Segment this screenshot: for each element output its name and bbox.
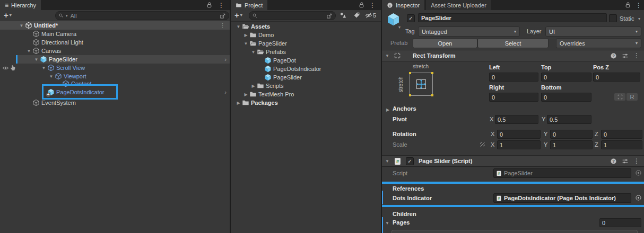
pages-foldout-icon[interactable]: ▼ xyxy=(385,221,389,226)
kebab-icon[interactable]: ⋮ xyxy=(633,52,640,59)
visibility-eye-icon[interactable] xyxy=(2,65,9,71)
raw-mode-button[interactable]: R xyxy=(626,93,638,101)
foldout-open-icon[interactable]: ▼ xyxy=(18,23,25,28)
bottom-field[interactable]: 0 xyxy=(541,93,591,102)
component-enabled-checkbox[interactable] xyxy=(406,157,414,165)
left-field[interactable]: 0 xyxy=(489,73,538,82)
pivot-y-field[interactable]: 0.5 xyxy=(547,115,591,124)
inspector-menu-button[interactable]: ⋮ xyxy=(635,1,642,9)
project-item-scripts[interactable]: ▶ Scripts xyxy=(231,82,381,90)
gameobject-name-input[interactable] xyxy=(418,13,607,22)
project-item-page-slider-prefab[interactable]: PageSlider xyxy=(231,73,381,82)
scale-y-field[interactable]: 1 xyxy=(550,140,593,149)
project-item-page-dots-indicator[interactable]: PageDotsIndicator xyxy=(231,65,381,73)
foldout-closed-icon[interactable]: ▶ xyxy=(242,33,249,38)
presets-icon[interactable] xyxy=(622,52,629,59)
project-item-page-dot[interactable]: PageDot xyxy=(231,56,381,65)
layer-dropdown[interactable]: UI ▾ xyxy=(545,26,641,37)
scene-menu-icon[interactable]: ⋮ xyxy=(220,22,225,29)
hierarchy-item-page-dots-indicator[interactable]: + PageDotsIndicator › xyxy=(0,88,230,96)
static-checkbox[interactable] xyxy=(609,14,617,22)
hierarchy-item-main-camera[interactable]: Main Camera xyxy=(0,30,230,38)
prefab-overrides-dropdown[interactable]: Overrides ▾ xyxy=(556,38,641,48)
scale-x-field[interactable]: 1 xyxy=(497,140,541,149)
anchor-preset-widget[interactable] xyxy=(410,73,433,96)
hierarchy-item-event-system[interactable]: EventSystem xyxy=(0,98,230,107)
dots-indicator-object-field[interactable]: PageDotsIndicator (Page Dots Indicator) xyxy=(493,193,631,203)
presets-icon[interactable] xyxy=(622,158,629,165)
tab-asset-store-uploader[interactable]: Asset Store Uploader xyxy=(426,0,491,10)
hierarchy-item-scroll-view[interactable]: ▼ Scroll View xyxy=(0,64,230,72)
foldout-closed-icon[interactable]: ▶ xyxy=(242,92,249,97)
prefab-select-button[interactable]: Select xyxy=(477,38,549,48)
foldout-open-icon[interactable]: ▼ xyxy=(25,49,32,53)
static-caret-icon[interactable]: ▾ xyxy=(638,16,640,21)
script-object-field[interactable]: PageSlider xyxy=(493,168,631,178)
prefab-chevron-icon[interactable]: › xyxy=(224,56,227,62)
project-item-textmesh-pro[interactable]: ▶ TextMesh Pro xyxy=(231,90,381,98)
project-add-button[interactable]: +▾ xyxy=(234,11,242,20)
hierarchy-item-content[interactable]: Content xyxy=(0,79,230,88)
scale-z-field[interactable]: 1 xyxy=(601,140,642,149)
project-item-packages[interactable]: ▶ Packages xyxy=(231,98,381,107)
tab-hierarchy[interactable]: ≡ Hierarchy xyxy=(0,0,41,10)
prefab-open-button[interactable]: Open xyxy=(413,38,477,48)
help-icon[interactable] xyxy=(610,158,617,165)
hierarchy-search-input[interactable] xyxy=(69,12,218,20)
open-search-window-icon[interactable] xyxy=(220,13,226,19)
prefab-chevron-icon[interactable]: › xyxy=(224,89,227,95)
rotation-y-field[interactable]: 0 xyxy=(550,130,593,139)
help-icon[interactable] xyxy=(610,52,617,59)
hidden-count-eye-off-icon[interactable] xyxy=(365,12,372,19)
icon-caret-down[interactable]: ▾ xyxy=(398,25,401,30)
pivot-x-field[interactable]: 0.5 xyxy=(495,115,538,124)
top-field[interactable]: 0 xyxy=(541,73,591,82)
tab-project[interactable]: Project xyxy=(231,0,267,10)
foldout-open-icon[interactable]: ▼ xyxy=(40,66,47,70)
project-item-page-slider-folder[interactable]: ▼ PageSlider xyxy=(231,39,381,48)
foldout-open-icon[interactable]: ▼ xyxy=(385,159,389,164)
page-slider-script-header[interactable]: ▼ Page Slider (Script) ⋮ xyxy=(382,155,644,167)
tab-inspector[interactable]: Inspector xyxy=(382,0,424,10)
kebab-icon[interactable]: ⋮ xyxy=(633,158,640,164)
lock-button[interactable] xyxy=(205,1,213,9)
project-menu-button[interactable]: ⋮ xyxy=(369,1,376,9)
project-item-demo[interactable]: ▶ Demo xyxy=(231,31,381,39)
hierarchy-search-field[interactable]: ▾ xyxy=(55,11,229,20)
hierarchy-item-canvas[interactable]: ▼ Canvas xyxy=(0,47,230,55)
search-by-label-tag-icon[interactable] xyxy=(353,12,360,19)
project-search-field[interactable] xyxy=(249,11,336,20)
hierarchy-menu-button[interactable]: ⋮ xyxy=(217,1,225,9)
foldout-open-icon[interactable]: ▼ xyxy=(242,41,249,46)
object-picker-icon[interactable] xyxy=(635,169,642,176)
foldout-closed-icon[interactable]: ▶ xyxy=(235,101,242,105)
rotation-x-field[interactable]: 0 xyxy=(497,130,541,139)
rect-transform-header[interactable]: ▼ Rect Transform ⋮ xyxy=(382,50,644,61)
project-item-assets[interactable]: ▼ Assets xyxy=(231,22,381,31)
search-by-type-icon[interactable] xyxy=(340,12,347,19)
hierarchy-add-button[interactable]: +▾ xyxy=(4,11,12,20)
project-search-input[interactable] xyxy=(259,12,325,20)
anchors-foldout-icon[interactable]: ▶ xyxy=(386,107,389,112)
lock-button[interactable] xyxy=(623,1,632,9)
lock-button[interactable] xyxy=(357,1,365,9)
hierarchy-item-directional-light[interactable]: Directional Light xyxy=(0,38,230,47)
blueprint-mode-button[interactable] xyxy=(614,93,625,101)
tag-dropdown[interactable]: Untagged ▾ xyxy=(418,26,520,37)
foldout-open-icon[interactable]: ▼ xyxy=(48,74,55,79)
posz-field[interactable]: 0 xyxy=(593,73,640,82)
rotation-z-field[interactable]: 0 xyxy=(601,130,642,139)
scene-row[interactable]: ▼ Untitled* ⋮ xyxy=(0,21,230,30)
foldout-open-icon[interactable]: ▼ xyxy=(385,53,389,58)
foldout-open-icon[interactable]: ▼ xyxy=(33,57,40,62)
foldout-open-icon[interactable]: ▼ xyxy=(235,24,242,29)
object-picker-icon[interactable] xyxy=(635,194,642,201)
picking-hand-icon[interactable] xyxy=(10,65,16,71)
foldout-closed-icon[interactable]: ▶ xyxy=(250,84,257,88)
hierarchy-item-page-slider[interactable]: ▼ PageSlider › xyxy=(0,55,230,64)
active-checkbox[interactable] xyxy=(407,14,415,22)
pages-size-field[interactable]: 0 xyxy=(599,218,641,227)
right-field[interactable]: 0 xyxy=(489,93,538,102)
unlink-scale-icon[interactable] xyxy=(479,141,486,148)
foldout-open-icon[interactable]: ▼ xyxy=(250,50,257,55)
